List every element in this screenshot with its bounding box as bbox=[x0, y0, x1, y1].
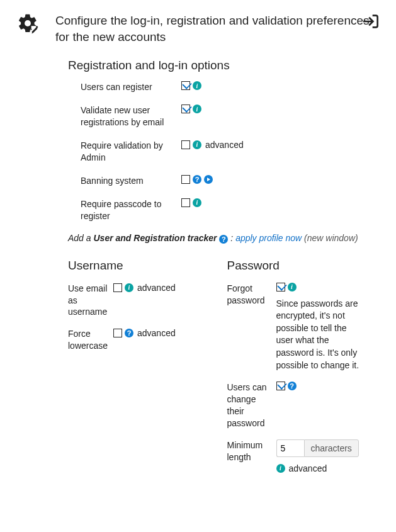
checkbox-force-lowercase[interactable] bbox=[113, 329, 122, 337]
advanced-label: advanced bbox=[137, 283, 176, 293]
checkbox-forgot-password[interactable] bbox=[276, 283, 285, 291]
info-icon[interactable]: i bbox=[125, 283, 133, 292]
checkbox-require-admin[interactable] bbox=[181, 140, 190, 149]
label-users-can-register: Users can register bbox=[81, 81, 181, 93]
new-window-note: (new window) bbox=[304, 233, 358, 243]
label-validate-email: Validate new user registrations by email bbox=[81, 105, 181, 128]
apply-profile-link[interactable]: apply profile now bbox=[235, 233, 302, 243]
play-icon[interactable] bbox=[204, 175, 213, 184]
info-icon[interactable]: i bbox=[193, 198, 201, 207]
help-icon[interactable]: ? bbox=[288, 382, 297, 390]
label-minimum-length: Minimum length bbox=[227, 439, 276, 463]
help-icon[interactable]: ? bbox=[193, 175, 201, 184]
label-require-admin: Require validation by Admin bbox=[81, 140, 181, 164]
tracker-hint: Add a User and Registration tracker ? : … bbox=[68, 233, 381, 243]
checkbox-users-change-password[interactable] bbox=[276, 382, 285, 390]
advanced-label: advanced bbox=[205, 140, 244, 150]
section-title-username: Username bbox=[68, 259, 210, 273]
info-icon[interactable]: i bbox=[193, 140, 201, 149]
info-icon[interactable]: i bbox=[193, 105, 201, 113]
advanced-label: advanced bbox=[137, 328, 176, 338]
info-icon[interactable]: i bbox=[276, 464, 285, 473]
username-column: Username Use email as username i advance… bbox=[68, 255, 210, 484]
info-icon[interactable]: i bbox=[193, 81, 201, 90]
checkbox-validate-email[interactable] bbox=[181, 105, 190, 113]
label-banning-system: Banning system bbox=[81, 175, 181, 187]
forgot-password-description: Since passwords are encrypted, it's not … bbox=[276, 298, 365, 372]
login-icon bbox=[361, 11, 381, 33]
section-title-registration: Registration and log-in options bbox=[68, 59, 381, 72]
password-column: Password Forgot password i Since passwor… bbox=[227, 255, 369, 484]
checkbox-email-as-username[interactable] bbox=[113, 283, 122, 292]
advanced-label: advanced bbox=[289, 463, 327, 473]
tracker-bold: User and Registration tracker bbox=[93, 233, 217, 243]
info-icon[interactable]: i bbox=[288, 283, 297, 291]
settings-wizard-icon bbox=[15, 13, 40, 34]
min-length-unit: characters bbox=[304, 439, 359, 457]
label-email-as-username: Use email as username bbox=[68, 283, 113, 319]
label-require-passcode: Require passcode to register bbox=[81, 198, 181, 222]
registration-options: Users can register i Validate new user r… bbox=[81, 81, 356, 222]
label-forgot-password: Forgot password bbox=[227, 283, 276, 307]
section-title-password: Password bbox=[227, 259, 369, 273]
help-icon[interactable]: ? bbox=[125, 329, 133, 337]
min-length-input[interactable] bbox=[276, 439, 304, 457]
checkbox-banning[interactable] bbox=[181, 175, 190, 184]
page-title: Configure the log-in, registration and v… bbox=[55, 13, 381, 45]
label-users-change-password: Users can change their password bbox=[227, 382, 276, 429]
help-icon[interactable]: ? bbox=[219, 235, 228, 244]
label-force-lowercase: Force lowercase bbox=[68, 328, 113, 352]
checkbox-users-can-register[interactable] bbox=[181, 81, 190, 90]
checkbox-passcode[interactable] bbox=[181, 198, 190, 207]
